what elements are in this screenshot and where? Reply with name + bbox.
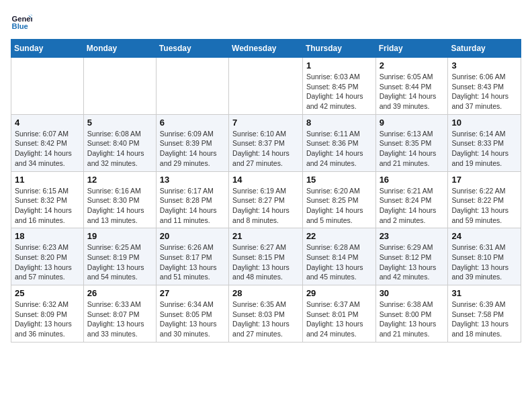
logo-icon: General Blue <box>11 11 32 32</box>
day-number: 3 <box>451 60 517 71</box>
day-cell: 22Sunrise: 6:28 AM Sunset: 8:14 PM Dayli… <box>302 228 375 285</box>
day-info: Sunrise: 6:26 AM Sunset: 8:17 PM Dayligh… <box>160 242 225 282</box>
header: General Blue <box>11 11 521 32</box>
header-sunday: Sunday <box>11 40 84 58</box>
header-friday: Friday <box>375 40 448 58</box>
day-number: 10 <box>451 118 517 128</box>
day-cell: 9Sunrise: 6:13 AM Sunset: 8:35 PM Daylig… <box>375 114 448 171</box>
day-cell: 5Sunrise: 6:08 AM Sunset: 8:40 PM Daylig… <box>83 114 156 171</box>
day-cell: 12Sunrise: 6:16 AM Sunset: 8:30 PM Dayli… <box>83 171 156 228</box>
day-info: Sunrise: 6:03 AM Sunset: 8:45 PM Dayligh… <box>306 72 372 111</box>
day-cell: 28Sunrise: 6:35 AM Sunset: 8:03 PM Dayli… <box>229 285 303 342</box>
day-info: Sunrise: 6:22 AM Sunset: 8:22 PM Dayligh… <box>451 186 517 226</box>
day-number: 28 <box>232 288 299 298</box>
day-cell: 13Sunrise: 6:17 AM Sunset: 8:28 PM Dayli… <box>156 171 228 228</box>
day-cell <box>11 58 84 115</box>
day-cell: 8Sunrise: 6:11 AM Sunset: 8:36 PM Daylig… <box>302 114 375 171</box>
day-number: 4 <box>15 118 80 128</box>
day-cell: 27Sunrise: 6:34 AM Sunset: 8:05 PM Dayli… <box>156 285 228 342</box>
day-number: 20 <box>160 231 225 241</box>
day-number: 27 <box>160 288 225 298</box>
day-info: Sunrise: 6:19 AM Sunset: 8:27 PM Dayligh… <box>232 186 299 226</box>
day-info: Sunrise: 6:20 AM Sunset: 8:25 PM Dayligh… <box>306 186 372 226</box>
day-info: Sunrise: 6:14 AM Sunset: 8:33 PM Dayligh… <box>451 129 517 169</box>
day-cell: 21Sunrise: 6:27 AM Sunset: 8:15 PM Dayli… <box>229 228 303 285</box>
day-cell: 10Sunrise: 6:14 AM Sunset: 8:33 PM Dayli… <box>448 114 521 171</box>
day-number: 6 <box>160 118 225 128</box>
day-number: 13 <box>160 175 225 185</box>
day-cell: 18Sunrise: 6:23 AM Sunset: 8:20 PM Dayli… <box>11 228 84 285</box>
day-number: 2 <box>380 60 445 71</box>
day-number: 26 <box>87 288 152 298</box>
day-number: 23 <box>380 231 445 241</box>
header-thursday: Thursday <box>302 40 375 58</box>
calendar-table: SundayMondayTuesdayWednesdayThursdayFrid… <box>11 39 521 342</box>
day-cell: 3Sunrise: 6:06 AM Sunset: 8:43 PM Daylig… <box>448 58 521 115</box>
day-cell: 15Sunrise: 6:20 AM Sunset: 8:25 PM Dayli… <box>302 171 375 228</box>
day-number: 5 <box>87 118 152 128</box>
day-cell: 6Sunrise: 6:09 AM Sunset: 8:39 PM Daylig… <box>156 114 228 171</box>
day-cell: 31Sunrise: 6:39 AM Sunset: 7:58 PM Dayli… <box>448 285 521 342</box>
day-info: Sunrise: 6:09 AM Sunset: 8:39 PM Dayligh… <box>160 129 225 169</box>
day-number: 31 <box>451 288 517 298</box>
day-cell: 11Sunrise: 6:15 AM Sunset: 8:32 PM Dayli… <box>11 171 84 228</box>
week-row-3: 11Sunrise: 6:15 AM Sunset: 8:32 PM Dayli… <box>11 171 521 228</box>
day-info: Sunrise: 6:32 AM Sunset: 8:09 PM Dayligh… <box>15 300 80 339</box>
day-number: 16 <box>380 175 445 185</box>
day-info: Sunrise: 6:13 AM Sunset: 8:35 PM Dayligh… <box>380 129 445 169</box>
day-cell: 2Sunrise: 6:05 AM Sunset: 8:44 PM Daylig… <box>375 58 448 115</box>
day-cell: 20Sunrise: 6:26 AM Sunset: 8:17 PM Dayli… <box>156 228 228 285</box>
week-row-2: 4Sunrise: 6:07 AM Sunset: 8:42 PM Daylig… <box>11 114 521 171</box>
day-number: 9 <box>380 118 445 128</box>
day-number: 1 <box>306 60 372 71</box>
day-cell <box>229 58 303 115</box>
day-info: Sunrise: 6:11 AM Sunset: 8:36 PM Dayligh… <box>306 129 372 169</box>
day-number: 24 <box>451 231 517 241</box>
day-cell: 30Sunrise: 6:38 AM Sunset: 8:00 PM Dayli… <box>375 285 448 342</box>
day-info: Sunrise: 6:17 AM Sunset: 8:28 PM Dayligh… <box>160 186 225 226</box>
day-cell: 24Sunrise: 6:31 AM Sunset: 8:10 PM Dayli… <box>448 228 521 285</box>
day-cell <box>156 58 228 115</box>
day-number: 29 <box>306 288 372 298</box>
day-cell: 23Sunrise: 6:29 AM Sunset: 8:12 PM Dayli… <box>375 228 448 285</box>
header-tuesday: Tuesday <box>156 40 228 58</box>
day-info: Sunrise: 6:16 AM Sunset: 8:30 PM Dayligh… <box>87 186 152 226</box>
day-number: 30 <box>380 288 445 298</box>
day-info: Sunrise: 6:06 AM Sunset: 8:43 PM Dayligh… <box>451 72 517 111</box>
day-info: Sunrise: 6:07 AM Sunset: 8:42 PM Dayligh… <box>15 129 80 169</box>
day-cell <box>83 58 156 115</box>
day-cell: 19Sunrise: 6:25 AM Sunset: 8:19 PM Dayli… <box>83 228 156 285</box>
day-number: 12 <box>87 175 152 185</box>
day-cell: 14Sunrise: 6:19 AM Sunset: 8:27 PM Dayli… <box>229 171 303 228</box>
day-number: 14 <box>232 175 299 185</box>
day-number: 21 <box>232 231 299 241</box>
week-row-1: 1Sunrise: 6:03 AM Sunset: 8:45 PM Daylig… <box>11 58 521 115</box>
day-number: 11 <box>15 175 80 185</box>
day-cell: 7Sunrise: 6:10 AM Sunset: 8:37 PM Daylig… <box>229 114 303 171</box>
header-wednesday: Wednesday <box>229 40 303 58</box>
day-number: 17 <box>451 175 517 185</box>
day-cell: 4Sunrise: 6:07 AM Sunset: 8:42 PM Daylig… <box>11 114 84 171</box>
week-row-5: 25Sunrise: 6:32 AM Sunset: 8:09 PM Dayli… <box>11 285 521 342</box>
day-info: Sunrise: 6:33 AM Sunset: 8:07 PM Dayligh… <box>87 300 152 339</box>
day-cell: 17Sunrise: 6:22 AM Sunset: 8:22 PM Dayli… <box>448 171 521 228</box>
day-number: 25 <box>15 288 80 298</box>
day-cell: 29Sunrise: 6:37 AM Sunset: 8:01 PM Dayli… <box>302 285 375 342</box>
day-info: Sunrise: 6:34 AM Sunset: 8:05 PM Dayligh… <box>160 300 225 339</box>
day-info: Sunrise: 6:05 AM Sunset: 8:44 PM Dayligh… <box>380 72 445 111</box>
day-info: Sunrise: 6:29 AM Sunset: 8:12 PM Dayligh… <box>380 242 445 282</box>
header-saturday: Saturday <box>448 40 521 58</box>
day-cell: 1Sunrise: 6:03 AM Sunset: 8:45 PM Daylig… <box>302 58 375 115</box>
day-number: 22 <box>306 231 372 241</box>
day-info: Sunrise: 6:31 AM Sunset: 8:10 PM Dayligh… <box>451 242 517 282</box>
day-info: Sunrise: 6:38 AM Sunset: 8:00 PM Dayligh… <box>380 300 445 339</box>
week-row-4: 18Sunrise: 6:23 AM Sunset: 8:20 PM Dayli… <box>11 228 521 285</box>
day-info: Sunrise: 6:35 AM Sunset: 8:03 PM Dayligh… <box>232 300 299 339</box>
header-monday: Monday <box>83 40 156 58</box>
day-number: 15 <box>306 175 372 185</box>
day-info: Sunrise: 6:27 AM Sunset: 8:15 PM Dayligh… <box>232 242 299 282</box>
calendar-header-row: SundayMondayTuesdayWednesdayThursdayFrid… <box>11 40 521 58</box>
day-info: Sunrise: 6:39 AM Sunset: 7:58 PM Dayligh… <box>451 300 517 339</box>
day-cell: 26Sunrise: 6:33 AM Sunset: 8:07 PM Dayli… <box>83 285 156 342</box>
svg-text:Blue: Blue <box>12 22 28 30</box>
